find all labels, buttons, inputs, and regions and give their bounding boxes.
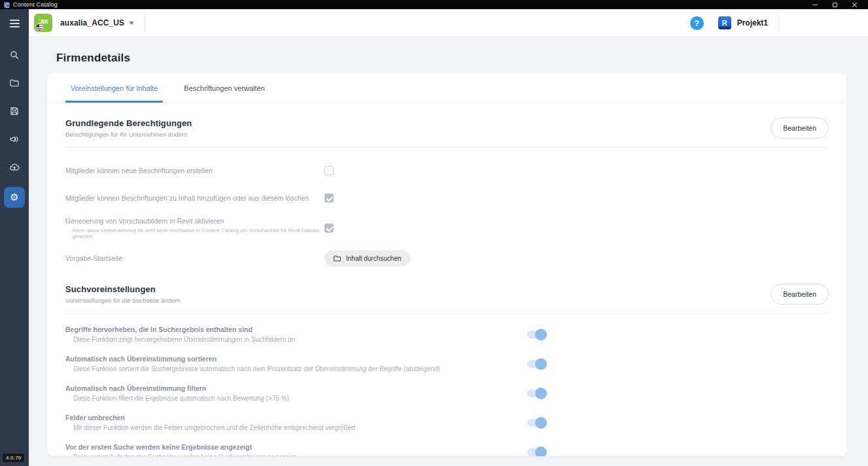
- titlebar: Content Catalog: [0, 0, 868, 9]
- us-flag-icon: [36, 24, 43, 31]
- permission-row: Mitglieder können neue Beschriftungen er…: [65, 157, 829, 184]
- folder-icon: [333, 254, 341, 263]
- sidebar-item-announce[interactable]: [4, 131, 25, 148]
- search-prefs-section-header: Suchvoreinstellungen Voreinstellungen fü…: [65, 284, 829, 314]
- gear-icon: ⚙: [10, 193, 18, 203]
- permission-row: Vorgabe-Startseite Inhalt durchsuchen: [65, 244, 829, 272]
- checkbox-generate-previews[interactable]: [324, 224, 334, 233]
- toggle-auto-sort[interactable]: [527, 360, 546, 368]
- toggle-row: Felder umbrechen Mit dieser Funktion wer…: [65, 414, 829, 431]
- project-name: Projekt1: [737, 18, 768, 27]
- close-button[interactable]: [844, 0, 864, 9]
- permission-label: Generierung von Vorschaubildern in Revit…: [65, 217, 324, 225]
- sidebar-nav: ⚙: [4, 46, 25, 208]
- toggle-label: Vor der ersten Suche werden keine Ergebn…: [65, 443, 527, 451]
- maximize-icon: [833, 3, 837, 7]
- section-title: Suchvoreinstellungen: [65, 284, 181, 294]
- help-button[interactable]: ?: [690, 16, 704, 30]
- toggle-no-results-before-search[interactable]: [527, 448, 546, 456]
- toggle-description: Diese Funktion filtert die Ergebnisse au…: [73, 395, 527, 402]
- version-badge: 4.0.79: [3, 454, 24, 462]
- main-content: Firmendetails Voreinstellungen für Inhal…: [29, 37, 868, 466]
- toggle-row: Vor der ersten Suche werden keine Ergebn…: [65, 443, 829, 456]
- divider: [778, 14, 779, 31]
- revit-project-chip[interactable]: R Projekt1: [718, 16, 768, 29]
- checkbox-add-remove-annotations[interactable]: [324, 193, 334, 203]
- toggle-knob: [535, 388, 547, 399]
- permission-row: Mitglieder können Beschriftungen zu Inha…: [65, 184, 829, 212]
- tab-voreinstellungen[interactable]: Voreinstellungen für Inhalte: [65, 73, 163, 103]
- sidebar-item-search[interactable]: [4, 46, 25, 63]
- megaphone-icon: [9, 134, 20, 144]
- settings-card: Voreinstellungen für Inhalte Beschriftun…: [47, 73, 847, 456]
- toggle-description: Beim ersten Aufrufen der Suchseite werde…: [73, 454, 527, 456]
- browse-content-button[interactable]: Inhalt durchsuchen: [324, 250, 410, 267]
- section-title: Grundlegende Berechtigungen: [65, 118, 192, 128]
- search-prefs-rows: Begriffe hervorheben, die in Suchergebni…: [65, 314, 829, 456]
- tab-bar: Voreinstellungen für Inhalte Beschriftun…: [47, 73, 847, 103]
- section-subtitle: Berechtigungen für Ihr Unternehmen änder…: [65, 131, 192, 138]
- company-selector[interactable]: auxalia_ACC_US: [60, 18, 124, 27]
- browse-content-label: Inhalt durchsuchen: [346, 255, 402, 262]
- permissions-rows: Mitglieder können neue Beschriftungen er…: [65, 148, 829, 272]
- revit-icon: R: [718, 16, 731, 29]
- permissions-section-header: Grundlegende Berechtigungen Berechtigung…: [65, 118, 829, 148]
- toggle-label: Automatisch nach Übereinstimmung sortier…: [65, 355, 527, 363]
- tab-beschriftungen[interactable]: Beschriftungen verwalten: [179, 73, 270, 103]
- close-icon: [852, 2, 858, 8]
- toggle-knob: [535, 358, 547, 370]
- page-title: Firmendetails: [56, 52, 868, 65]
- toggle-knob: [535, 446, 547, 457]
- toggle-description: Mit dieser Funktion werden die Felder um…: [73, 424, 527, 431]
- toggle-highlight-terms[interactable]: [527, 331, 546, 339]
- toggle-wrap-fields[interactable]: [527, 419, 546, 427]
- cloud-upload-icon: [9, 162, 20, 173]
- sidebar: ⚙ 4.0.79: [0, 9, 29, 466]
- toggle-label: Begriffe hervorheben, die in Suchergebni…: [65, 325, 527, 333]
- toggle-row: Automatisch nach Übereinstimmung sortier…: [65, 355, 829, 373]
- app-window: Content Catalog: [0, 0, 868, 466]
- edit-search-prefs-button[interactable]: Bearbeiten: [771, 284, 829, 305]
- toggle-description: Diese Funktion sortiert die Suchergebnis…: [73, 365, 527, 373]
- maximize-button[interactable]: [825, 0, 844, 9]
- permission-label: Mitglieder können Beschriftungen zu Inha…: [65, 194, 324, 202]
- minimize-icon: [812, 5, 818, 5]
- chevron-down-icon[interactable]: [129, 22, 134, 25]
- toggle-knob: [535, 417, 547, 429]
- minimize-button[interactable]: [805, 0, 825, 9]
- save-icon: [9, 106, 20, 116]
- menu-button[interactable]: [0, 9, 29, 37]
- content-catalog-app-icon: [4, 2, 10, 8]
- sidebar-item-cloud-upload[interactable]: [4, 159, 25, 176]
- toggle-row: Automatisch nach Übereinstimmung filtern…: [65, 384, 829, 402]
- topbar: :ax auxalia_ACC_US ? R Projekt1: [29, 9, 868, 37]
- permission-row: Generierung von Vorschaubildern in Revit…: [65, 212, 829, 244]
- toggle-label: Automatisch nach Übereinstimmung filtern: [65, 384, 527, 392]
- start-page-label: Vorgabe-Startseite: [65, 254, 324, 262]
- checkbox-create-annotations[interactable]: [324, 166, 334, 175]
- sidebar-item-folder[interactable]: [4, 75, 25, 92]
- folder-icon: [9, 78, 20, 88]
- hamburger-icon: [10, 20, 20, 27]
- window-controls: [805, 0, 864, 9]
- toggle-label: Felder umbrechen: [65, 414, 527, 422]
- sidebar-item-settings[interactable]: ⚙: [4, 187, 25, 208]
- edit-permissions-button[interactable]: Bearbeiten: [771, 118, 829, 139]
- toggle-knob: [535, 329, 547, 341]
- permission-note: Wenn diese Option aktiviert ist, wird be…: [72, 227, 324, 239]
- search-icon: [9, 50, 20, 60]
- auxalia-logo: :ax: [34, 14, 52, 32]
- section-subtitle: Voreinstellungen für die Suchseite änder…: [65, 297, 181, 304]
- window-title: Content Catalog: [13, 1, 58, 8]
- divider: [145, 14, 145, 31]
- permission-label: Mitglieder können neue Beschriftungen er…: [65, 167, 324, 175]
- toggle-auto-filter[interactable]: [527, 390, 546, 397]
- sidebar-item-save[interactable]: [4, 103, 25, 120]
- toggle-row: Begriffe hervorheben, die in Suchergebni…: [65, 325, 829, 343]
- toggle-description: Diese Funktion zeigt hervorgehobene Über…: [73, 336, 527, 343]
